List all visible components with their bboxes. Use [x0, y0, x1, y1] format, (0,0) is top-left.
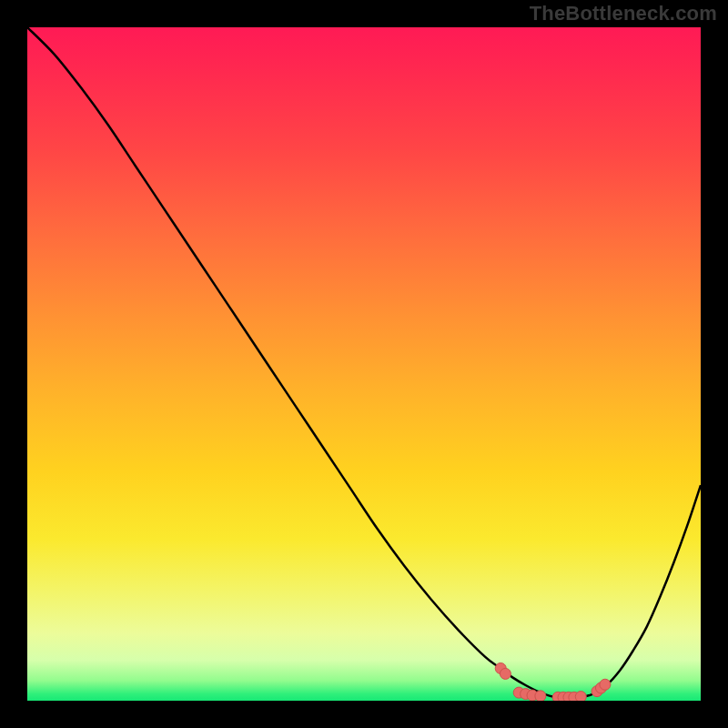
curve-marker — [600, 679, 611, 690]
curve-marker — [535, 691, 546, 701]
plot-area — [27, 27, 701, 701]
bottleneck-curve — [27, 27, 701, 701]
chart-frame: TheBottleneck.com — [0, 0, 728, 728]
curve-marker — [500, 668, 511, 679]
curve-marker — [575, 692, 586, 701]
curve-line — [27, 27, 701, 698]
watermark-text: TheBottleneck.com — [530, 2, 717, 25]
curve-markers — [495, 662, 611, 701]
